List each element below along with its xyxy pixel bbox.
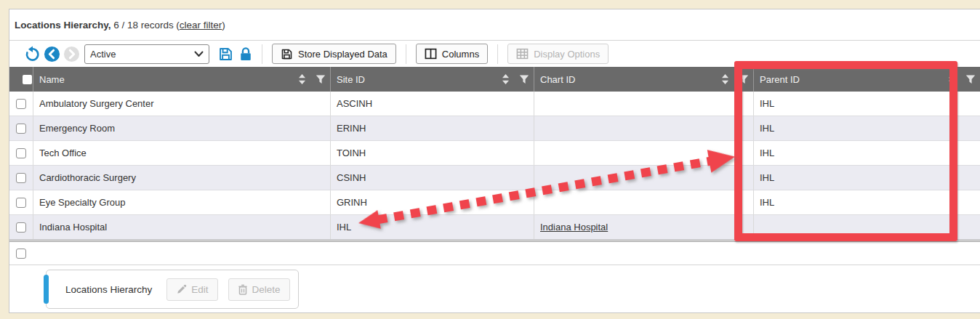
- column-header-parent-id[interactable]: Parent ID: [753, 67, 980, 92]
- table-header: Name Site ID Chart ID Parent ID: [9, 67, 980, 92]
- cell-site-id: ASCINH: [330, 92, 534, 116]
- paren-close: ): [222, 20, 225, 31]
- table-grid-icon: [516, 48, 529, 60]
- table-row[interactable]: Indiana Hospital IHL Indiana Hospital: [9, 215, 980, 240]
- edit-button[interactable]: Edit: [166, 278, 217, 301]
- toolbar-separator: [262, 44, 262, 64]
- delete-button[interactable]: Delete: [228, 278, 290, 301]
- columns-button[interactable]: Columns: [416, 44, 488, 64]
- row-checkbox-cell: [9, 190, 33, 214]
- toolbar-separator: [497, 44, 498, 64]
- header-select-all-cell: [9, 67, 33, 92]
- row-checkbox[interactable]: [16, 124, 26, 134]
- cell-chart-id: [534, 166, 753, 190]
- cell-parent-id: IHL: [753, 116, 980, 140]
- chevron-down-icon: [194, 51, 204, 57]
- table-row[interactable]: Ambulatory Surgery Center ASCINH IHL: [9, 92, 980, 116]
- lock-icon[interactable]: [239, 47, 252, 62]
- cell-site-id: ERINH: [330, 116, 534, 140]
- row-checkbox-cell: [9, 116, 33, 140]
- delete-label: Delete: [252, 284, 281, 295]
- record-count: 6 / 18 records: [113, 20, 174, 31]
- filter-icon[interactable]: [519, 74, 529, 84]
- cell-chart-id: [534, 116, 753, 140]
- clear-filter-link[interactable]: clear filter: [180, 20, 222, 31]
- toolbar: Active Store Displayed Data Columns: [9, 41, 980, 67]
- row-checkbox-cell: [9, 166, 33, 190]
- floppy-icon: [281, 48, 293, 60]
- sort-icon[interactable]: [298, 73, 306, 85]
- blue-accent-bar: [44, 275, 49, 304]
- columns-label: Columns: [442, 49, 479, 60]
- filter-icon[interactable]: [316, 74, 326, 84]
- cell-site-id: TOINH: [330, 141, 534, 165]
- footer-area: Locations Hierarchy Edit Delete: [9, 265, 980, 311]
- table-row[interactable]: Emergency Room ERINH IHL: [9, 116, 980, 141]
- cell-parent-id: IHL: [753, 141, 980, 165]
- row-checkbox[interactable]: [16, 222, 26, 233]
- sort-icon[interactable]: [721, 73, 729, 85]
- row-checkbox[interactable]: [16, 173, 26, 183]
- toolbar-separator: [406, 44, 406, 64]
- view-filter-select[interactable]: Active: [84, 44, 209, 64]
- locations-hierarchy-panel: Locations Hierarchy, 6 / 18 records (cle…: [9, 9, 980, 313]
- column-header-name[interactable]: Name: [33, 67, 330, 92]
- filter-icon[interactable]: [739, 74, 749, 84]
- previous-icon[interactable]: [44, 46, 60, 62]
- select-all-checkbox[interactable]: [23, 75, 32, 84]
- row-checkbox-cell: [9, 92, 33, 116]
- row-checkbox-cell: [9, 141, 33, 165]
- cell-name: Emergency Room: [33, 116, 330, 140]
- filter-icon[interactable]: [965, 74, 976, 84]
- table-row[interactable]: Tech Office TOINH IHL: [9, 141, 980, 166]
- column-label: Chart ID: [540, 74, 575, 85]
- footer-action-panel: Locations Hierarchy Edit Delete: [46, 270, 299, 309]
- view-filter-value: Active: [90, 49, 194, 60]
- table-row[interactable]: Cardiothoracic Surgery CSINH IHL: [9, 166, 980, 190]
- table-row[interactable]: Eye Specialty Group GRINH IHL: [9, 190, 980, 215]
- cell-chart-id: [534, 190, 753, 214]
- edit-label: Edit: [191, 284, 208, 295]
- trash-icon: [238, 284, 248, 295]
- empty-row: [9, 242, 980, 265]
- row-checkbox[interactable]: [16, 198, 26, 208]
- display-options-label: Display Options: [534, 49, 600, 60]
- cell-site-id: CSINH: [330, 166, 534, 190]
- cell-name: Eye Specialty Group: [33, 190, 330, 214]
- store-displayed-data-label: Store Displayed Data: [298, 49, 387, 60]
- table-body: Ambulatory Surgery Center ASCINH IHL Eme…: [9, 92, 980, 240]
- row-checkbox-cell: [9, 215, 33, 239]
- cell-parent-id: IHL: [753, 92, 980, 116]
- page-title: Locations Hierarchy,: [15, 20, 111, 31]
- cell-parent-id: IHL: [753, 166, 980, 190]
- column-header-chart-id[interactable]: Chart ID: [534, 67, 753, 92]
- cell-name: Tech Office: [33, 141, 330, 165]
- cell-chart-id: Indiana Hospital: [534, 215, 753, 239]
- store-displayed-data-button[interactable]: Store Displayed Data: [272, 44, 396, 64]
- title-bar: Locations Hierarchy, 6 / 18 records (cle…: [9, 9, 980, 41]
- row-checkbox[interactable]: [16, 249, 26, 259]
- columns-icon: [425, 48, 437, 60]
- cell-parent-id: IHL: [753, 190, 980, 214]
- cell-chart-id: [534, 92, 753, 116]
- cell-name: Indiana Hospital: [33, 215, 330, 239]
- undo-icon[interactable]: [24, 46, 41, 62]
- pencil-icon: [176, 284, 187, 295]
- sort-icon[interactable]: [502, 73, 510, 85]
- next-icon[interactable]: [63, 46, 80, 62]
- cell-site-id: IHL: [330, 215, 534, 239]
- row-checkbox[interactable]: [16, 148, 26, 158]
- column-header-site-id[interactable]: Site ID: [330, 67, 534, 92]
- sort-icon[interactable]: [948, 73, 956, 85]
- row-checkbox[interactable]: [16, 99, 26, 109]
- display-options-button[interactable]: Display Options: [507, 44, 609, 64]
- column-label: Name: [39, 74, 65, 85]
- cell-chart-id: [534, 141, 753, 165]
- chart-id-link[interactable]: Indiana Hospital: [540, 222, 608, 233]
- cell-parent-id: [753, 215, 980, 239]
- column-label: Parent ID: [760, 74, 800, 85]
- footer-panel-label: Locations Hierarchy: [65, 284, 152, 295]
- cell-site-id: GRINH: [330, 190, 534, 214]
- save-icon[interactable]: [218, 47, 233, 62]
- page: { "header": { "title": "Locations Hierar…: [0, 0, 980, 319]
